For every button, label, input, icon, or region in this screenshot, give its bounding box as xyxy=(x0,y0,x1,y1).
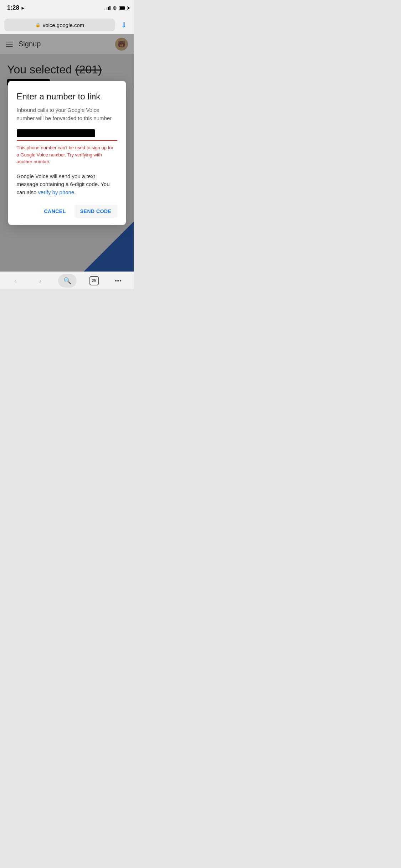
lock-icon: 🔒 xyxy=(35,22,41,27)
send-code-button[interactable]: SEND CODE xyxy=(74,205,117,218)
more-icon: ••• xyxy=(115,278,122,284)
status-time: 1:28 ► xyxy=(7,4,25,11)
modal-overlay: Enter a number to link Inbound calls to … xyxy=(0,34,134,272)
modal-subtitle: Inbound calls to your Google Voice numbe… xyxy=(17,106,117,122)
link-number-modal: Enter a number to link Inbound calls to … xyxy=(8,81,126,225)
battery-icon xyxy=(119,6,128,10)
page-background: Signup 🐻 You selected (201) Enter a numb… xyxy=(0,34,134,272)
browser-bar: 🔒 voice.google.com ⇓ xyxy=(0,16,134,34)
back-arrow-icon: ‹ xyxy=(14,277,17,285)
signal-bars-icon xyxy=(104,6,110,10)
status-icons: ⊜ xyxy=(104,5,128,11)
modal-title: Enter a number to link xyxy=(17,91,117,102)
time-text: 1:28 xyxy=(7,4,19,11)
share-icon: ⇓ xyxy=(121,21,127,29)
back-button[interactable]: ‹ xyxy=(8,274,22,288)
tabs-count-box: 25 xyxy=(89,276,99,285)
tabs-button[interactable]: 25 xyxy=(88,274,101,287)
location-icon: ► xyxy=(21,5,25,11)
forward-button[interactable]: › xyxy=(33,274,47,288)
info-text-period: . xyxy=(74,189,76,195)
tabs-count: 25 xyxy=(92,278,96,283)
phone-input-area[interactable] xyxy=(17,129,117,141)
share-button[interactable]: ⇓ xyxy=(118,19,129,31)
cancel-button[interactable]: CANCEL xyxy=(38,205,71,218)
bottom-browser-toolbar: ‹ › 🔍 25 ••• xyxy=(0,272,134,289)
url-text: voice.google.com xyxy=(43,22,84,28)
modal-actions: CANCEL SEND CODE xyxy=(17,205,117,218)
info-text: Google Voice will send you a text messag… xyxy=(17,172,117,197)
error-message: This phone number can't be used to sign … xyxy=(17,144,117,165)
search-button[interactable]: 🔍 xyxy=(58,274,77,288)
wifi-icon: ⊜ xyxy=(113,5,117,11)
more-button[interactable]: ••• xyxy=(111,274,125,288)
status-bar: 1:28 ► ⊜ xyxy=(0,0,134,16)
phone-input-redacted-value xyxy=(17,129,95,137)
verify-by-phone-link[interactable]: verify by phone xyxy=(38,189,74,195)
url-bar[interactable]: 🔒 voice.google.com xyxy=(4,19,115,31)
forward-arrow-icon: › xyxy=(39,277,42,285)
search-icon: 🔍 xyxy=(63,277,71,285)
